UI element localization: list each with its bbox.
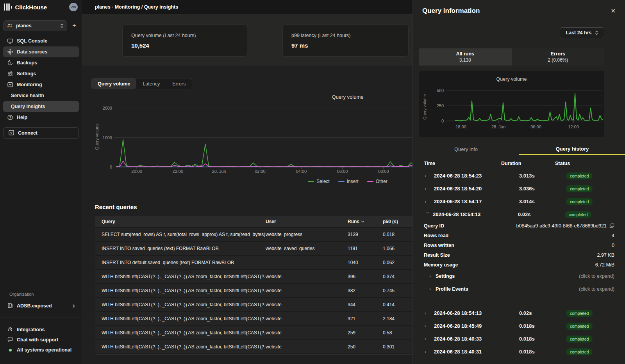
time-range-dropdown[interactable]: Last 24 hrs [560, 27, 604, 38]
add-service-button[interactable]: + [70, 22, 79, 29]
detail-row-memory-usage: Memory usage 6.72 MiB [413, 260, 625, 270]
system-status-link[interactable]: All systems operational [3, 345, 79, 355]
chevron-right-icon: › [429, 286, 436, 292]
integrations-link[interactable]: Integrations [3, 325, 79, 335]
sidebar-item-backups[interactable]: Backups [3, 57, 79, 68]
history-time: 2024-06-28 18:54:20 [434, 186, 512, 192]
legend-item-other[interactable]: Other [367, 179, 388, 184]
stat-card-p99-latency: p99 latency (Last 24 hours) 97 ms [282, 25, 409, 57]
sidebar-item-label: Backups [17, 60, 37, 66]
svg-text:28. Jun: 28. Jun [212, 169, 226, 174]
workspace-selector[interactable]: planes [3, 20, 67, 31]
history-row-expanded[interactable]: › 2024-06-28 18:54:13 0.02s completed [413, 208, 625, 221]
close-icon[interactable]: ✕ [611, 7, 616, 14]
tab-latency[interactable]: Latency [136, 78, 166, 89]
svg-text:06:00: 06:00 [337, 169, 348, 174]
tab-query-history[interactable]: Query history [519, 144, 625, 155]
stat-card-query-volume: Query volume (Last 24 hours) 10,524 [122, 25, 247, 57]
chevron-down-icon: › [425, 212, 431, 217]
sidebar-item-sql-console[interactable]: SQL Console [3, 36, 79, 46]
legend-item-select[interactable]: Select [308, 179, 329, 184]
history-row[interactable]: › 2024-06-28 18:54:23 3.013s completed [413, 169, 625, 182]
backups-icon [7, 60, 13, 66]
status-badge: completed [566, 348, 593, 355]
legend-swatch-select [308, 181, 314, 182]
status-badge: completed [566, 310, 593, 317]
stat-value: 10,524 [131, 42, 238, 49]
organization-icon [7, 302, 13, 310]
panel-title: Query information [422, 7, 611, 15]
history-duration: 0.018s [519, 336, 566, 342]
history-row[interactable]: › 2024-06-28 18:40:33 0.018s completed [413, 332, 625, 345]
detail-label: Query ID [424, 223, 516, 229]
connect-icon [8, 130, 14, 137]
expand-hint: (click to expand) [455, 273, 614, 279]
detail-label: Result Size [424, 252, 597, 258]
history-time: 2024-06-28 18:45:49 [434, 323, 512, 329]
history-row[interactable]: › 2024-06-28 18:54:20 3.036s completed [413, 182, 625, 195]
history-row[interactable]: › 2024-06-28 18:54:17 3.014s completed [413, 195, 625, 208]
history-row[interactable]: › 2024-06-28 18:45:49 0.018s completed [413, 320, 625, 332]
sidebar-item-label: SQL Console [17, 38, 47, 44]
sidebar-item-settings[interactable]: Settings [3, 68, 79, 79]
detail-label: Rows written [424, 243, 612, 248]
connect-button[interactable]: Connect [3, 127, 79, 139]
history-duration: 3.013s [519, 173, 566, 179]
history-time: 2024-06-28 18:40:33 [434, 336, 512, 342]
tab-errors[interactable]: Errors [166, 78, 192, 89]
detail-value: 6.72 MiB [595, 262, 614, 268]
column-header-status: Status [555, 161, 570, 166]
legend-label: Other [376, 179, 388, 184]
legend-item-insert[interactable]: Insert [338, 179, 359, 184]
panel-tab-bar: Query info Query history [413, 144, 625, 155]
copy-icon[interactable] [609, 223, 614, 228]
history-duration: 0.018s [519, 349, 566, 355]
toggle-all-runs[interactable]: All runs 3,138 [419, 48, 512, 66]
history-duration: 3.036s [519, 186, 566, 192]
toggle-label: All runs [456, 51, 474, 57]
column-header-query[interactable]: Query [102, 219, 266, 224]
chat-support-label: Chat with support [17, 337, 58, 343]
toggle-errors[interactable]: Errors 2 (0.06%) [512, 48, 605, 66]
integrations-label: Integrations [17, 327, 45, 332]
svg-text:08:00: 08:00 [378, 169, 389, 174]
history-row[interactable]: › 2024-06-28 18:40:31 0.018s completed [413, 345, 625, 358]
column-header-user[interactable]: User [266, 219, 348, 224]
organization-selector[interactable]: ADSB.exposed [3, 300, 79, 311]
status-badge: completed [566, 336, 593, 343]
workspace-name: planes [16, 23, 57, 28]
system-status-label: All systems operational [17, 347, 71, 353]
tab-query-volume[interactable]: Query volume [91, 78, 136, 89]
sidebar-item-service-health[interactable]: Service health [3, 90, 79, 101]
history-duration: 0.02s [519, 310, 566, 316]
sidebar-item-help[interactable]: ? Help [3, 112, 79, 123]
sidebar-nav: SQL Console Data sources Backups Setting… [3, 36, 79, 123]
sidebar-item-query-insights[interactable]: Query insights [3, 101, 79, 112]
chart-y-axis-label: Query volume [95, 115, 99, 158]
detail-row-rows-written: Rows written 0 [413, 240, 625, 250]
settings-expander[interactable]: › Settings (click to expand) [413, 270, 625, 282]
column-header-runs[interactable]: Runs [348, 219, 383, 224]
sidebar-item-label: Help [17, 115, 27, 120]
svg-text:250: 250 [437, 103, 444, 108]
tab-query-info[interactable]: Query info [413, 144, 519, 155]
history-duration: 3.014s [519, 199, 566, 204]
svg-text:2000: 2000 [103, 106, 112, 110]
profile-events-label: Profile Events [436, 286, 468, 292]
time-range-value: Last 24 hrs [566, 30, 591, 36]
user-avatar[interactable]: ZN [69, 3, 78, 11]
chat-support-link[interactable]: Chat with support [3, 335, 79, 345]
chevron-right-icon: › [425, 310, 432, 316]
chat-bubble-icon [7, 336, 13, 344]
history-duration: 0.02s [518, 211, 565, 217]
profile-events-expander[interactable]: › Profile Events (click to expand) [413, 282, 625, 295]
sidebar-item-label: Data sources [17, 49, 48, 55]
toggle-value: 3,138 [459, 57, 471, 63]
detail-row-result-size: Result Size 2.97 KB [413, 250, 625, 260]
chevron-updown-icon [595, 30, 598, 35]
sidebar-item-monitoring[interactable]: Monitoring [3, 79, 79, 90]
detail-value: b0845aa9-a8c9-49f0-8f68-e678669bd921 [516, 223, 607, 229]
sidebar-item-data-sources[interactable]: Data sources [3, 46, 79, 57]
history-row[interactable]: › 2024-06-28 18:54:13 0.02s completed [413, 307, 625, 320]
sidebar-divider [0, 318, 82, 318]
